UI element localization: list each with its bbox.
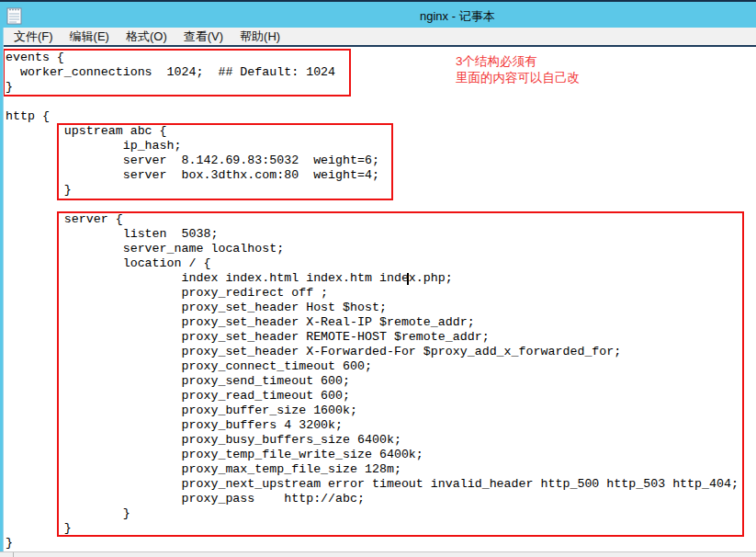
notepad-icon	[6, 6, 22, 25]
window-bottom-notch	[13, 552, 14, 557]
text-editing-area[interactable]: events { worker_connections 1024; ## Def…	[4, 47, 756, 551]
notepad-window: nginx - 记事本 文件(F) 编辑(E) 格式(O) 查看(V) 帮助(H…	[0, 0, 756, 557]
menu-bar: 文件(F) 编辑(E) 格式(O) 查看(V) 帮助(H)	[0, 28, 756, 46]
menu-item-view[interactable]: 查看(V)	[175, 27, 231, 47]
window-title: nginx - 记事本	[420, 8, 495, 25]
nginx-config-text: events { worker_connections 1024; ## Def…	[6, 51, 739, 551]
text-caret	[407, 273, 409, 285]
window-bottom-border	[0, 551, 756, 557]
menu-item-file[interactable]: 文件(F)	[6, 27, 62, 47]
menu-item-help[interactable]: 帮助(H)	[231, 27, 288, 47]
title-bar[interactable]: nginx - 记事本	[0, 0, 756, 28]
menu-item-format[interactable]: 格式(O)	[118, 27, 175, 47]
window-left-border	[0, 28, 4, 551]
menu-item-edit[interactable]: 编辑(E)	[62, 27, 118, 47]
